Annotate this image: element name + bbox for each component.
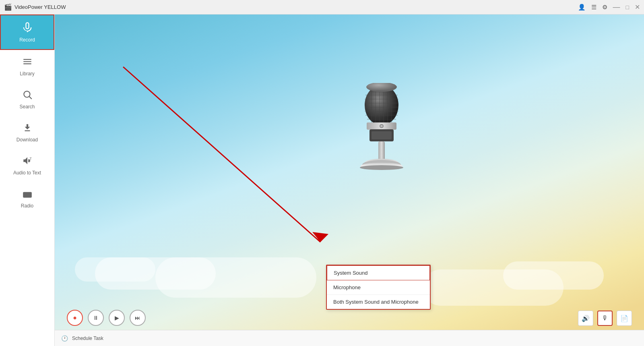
volume-icon: 🔊 [582, 315, 590, 322]
sidebar-item-audio-to-text[interactable]: T Audio to Text [0, 149, 54, 182]
cloud-3 [155, 257, 316, 298]
record-button[interactable]: ● [67, 310, 83, 326]
svg-line-1 [29, 97, 31, 99]
app-logo: 🎬 [4, 3, 12, 11]
file-icon: 📄 [620, 315, 628, 322]
cloud-5 [503, 261, 604, 290]
titlebar: 🎬 VideoPower YELLOW 👤 ☰ ⚙ — □ ✕ [0, 0, 644, 15]
svg-point-25 [380, 125, 383, 127]
user-icon[interactable]: 👤 [578, 4, 586, 11]
audio-to-text-label: Audio to Text [13, 170, 41, 176]
svg-point-32 [360, 165, 403, 170]
library-icon [22, 56, 33, 69]
mic-icon: 🎙 [602, 315, 608, 322]
cloud-2 [75, 257, 155, 282]
record-icon [22, 22, 33, 35]
dropdown-item-system-sound[interactable]: System Sound [327, 265, 430, 280]
playback-controls: ● ⏸ ▶ ⏭ [67, 310, 146, 326]
schedule-task-label[interactable]: Schedule Task [72, 336, 103, 341]
svg-text:T: T [29, 157, 32, 161]
app-container: Record Library Search [0, 15, 644, 346]
search-icon [22, 89, 33, 102]
sidebar-item-radio[interactable]: Radio [0, 182, 54, 215]
dropdown-item-both[interactable]: Both System Sound and Microphone [327, 295, 430, 309]
svg-point-4 [29, 194, 31, 195]
download-label: Download [17, 137, 38, 143]
window-controls: 👤 ☰ ⚙ — □ ✕ [578, 3, 640, 11]
audio-to-text-icon: T [22, 155, 33, 168]
radio-icon [22, 189, 33, 201]
close-button[interactable]: ✕ [635, 3, 640, 11]
svg-rect-27 [372, 131, 392, 139]
play-icon: ▶ [115, 315, 119, 321]
record-dot: ● [73, 314, 77, 321]
download-icon [22, 122, 33, 135]
sidebar-item-download[interactable]: Download [0, 116, 54, 149]
skip-button[interactable]: ⏭ [130, 310, 146, 326]
list-icon[interactable]: ☰ [591, 4, 597, 11]
settings-icon[interactable]: ⚙ [602, 4, 607, 11]
skip-icon: ⏭ [135, 315, 140, 321]
maximize-button[interactable]: □ [626, 4, 629, 10]
radio-label: Radio [21, 203, 33, 209]
bottom-bar: 🕐 Schedule Task [55, 330, 644, 346]
microphone-button[interactable]: 🎙 [597, 311, 613, 326]
volume-button[interactable]: 🔊 [578, 311, 593, 326]
pause-button[interactable]: ⏸ [88, 310, 104, 326]
sidebar-item-library[interactable]: Library [0, 50, 54, 83]
play-button[interactable]: ▶ [109, 310, 125, 326]
record-label: Record [19, 37, 35, 43]
minimize-button[interactable]: — [613, 3, 620, 11]
main-content: System Sound Microphone Both System Soun… [55, 15, 644, 346]
svg-point-0 [24, 91, 30, 97]
file-button[interactable]: 📄 [617, 311, 632, 326]
svg-rect-28 [378, 141, 385, 162]
search-label: Search [19, 104, 35, 110]
schedule-icon: 🕐 [61, 335, 68, 342]
audio-source-dropdown[interactable]: System Sound Microphone Both System Soun… [326, 265, 431, 310]
microphone-image [341, 79, 422, 192]
app-title: VideoPower YELLOW [14, 4, 578, 10]
sidebar-item-record[interactable]: Record [0, 15, 54, 50]
sidebar: Record Library Search [0, 15, 55, 346]
sidebar-item-search[interactable]: Search [0, 83, 54, 116]
pause-icon: ⏸ [93, 315, 99, 321]
library-label: Library [20, 71, 35, 77]
audio-controls: 🔊 🎙 📄 [578, 311, 632, 326]
dropdown-item-microphone[interactable]: Microphone [327, 280, 430, 295]
